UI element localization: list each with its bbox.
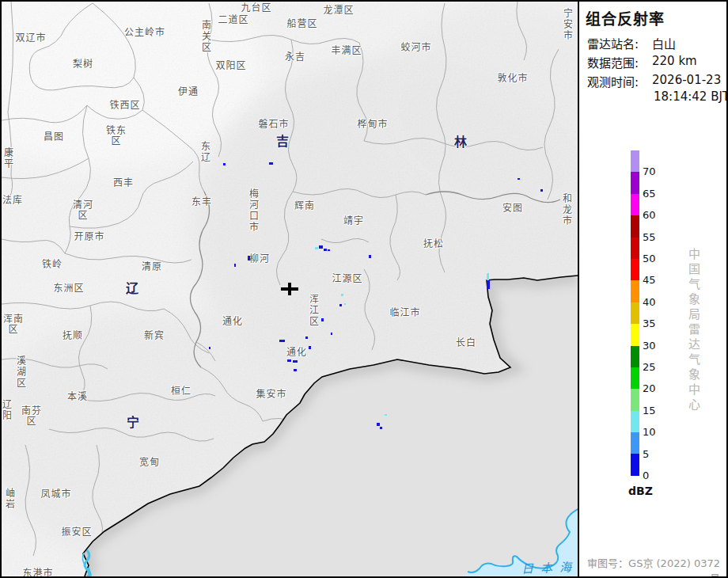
map-label: 法库 [2,196,23,206]
map-label: 二道区 [218,15,248,25]
map-label: 公主岭市 [124,28,165,38]
map-label: 龙潭区 [323,6,354,16]
radar-echo [369,255,371,258]
obs-date-value: 2026-01-23 [652,73,721,87]
colorbar-tick: 45 [643,274,666,286]
map-label: 抚顺 [63,331,83,341]
colorbar-segment [631,432,639,454]
colorbar-segment [631,346,639,367]
map-label: 铁岭 [42,260,63,270]
data-range-label: 数据范围: [587,54,639,70]
colorbar-segment [631,194,639,215]
map-label: 清河 区 [73,200,93,221]
radar-echo [248,256,250,260]
radar-echo [377,423,380,426]
colorbar-tick: 50 [643,253,666,264]
colorbar-segment [631,367,639,389]
map-label: 敦化市 [497,74,528,84]
map-label: 凤城市 [40,489,71,500]
colorbar-tick: 70 [643,165,666,177]
map-label: 西丰 [113,178,134,188]
radar-echo [487,280,490,289]
radar-echo [269,162,273,165]
map-label: 磐石市 [258,120,289,130]
colorbar-tick: 30 [643,340,666,352]
map-label: 双辽市 [15,33,46,44]
colorbar-tick: 5 [643,448,666,460]
station-name-label: 雷达站名: [587,35,639,51]
data-range-value: 220 km [652,54,697,68]
colorbar-tick: 20 [643,382,666,394]
map-label: 宁安市 [562,8,572,41]
radar-echo [305,337,308,339]
colorbar-tick: 55 [643,231,666,243]
radar-echo [287,359,291,362]
station-name-value: 白山 [652,35,676,51]
colorbar-segment [631,324,639,345]
colorbar-tick: 15 [643,405,666,416]
map-label: 东港市 [22,568,53,577]
map-label: 梅河口市 [248,188,258,233]
map-label: 浑江区 [308,294,318,327]
map-label: 辉南 [294,201,315,211]
map-label: 九台区 [241,3,271,13]
colorbar-tick: 35 [643,318,666,329]
colorbar-tick: 40 [643,296,666,308]
map-label: 开原市 [74,232,104,242]
radar-echo [234,264,236,267]
radar-echo [321,318,324,321]
map-label: 桦甸市 [357,120,388,130]
map-label: 蛟河市 [400,43,431,53]
colorbar-segment [631,172,639,193]
map-label: 南关区 [200,20,210,53]
map-label: 通化 [222,317,243,327]
colorbar [631,150,639,476]
map-label: 临江市 [389,308,420,318]
province-label: 辽 [126,278,138,297]
sea-name-label: 日本海 [521,557,578,576]
radar-app-window: 双辽市公主岭市梨树伊通铁西区铁东 区昌图康平法库西丰清河 区开原市铁岭清原东洲区… [0,0,728,578]
radar-echo [331,333,332,335]
colorbar-segment [631,411,639,432]
radar-echo [279,340,285,342]
colorbar-segment [631,215,639,237]
colorbar-tick: 10 [643,426,666,438]
info-panel: 组合反射率 雷达站名: 白山 数据范围: 220 km 观测时间: 2026-0… [579,2,726,576]
colorbar-tick: 60 [643,209,666,221]
obs-time-label: 观测时间: [587,73,639,89]
province-label: 林 [454,131,467,150]
radar-echo [324,249,327,251]
colorbar-segment [631,280,639,302]
map-label: 新宾 [144,331,165,341]
radar-echo [341,294,343,296]
map-label: 集安市 [256,390,286,400]
map-label: 柳河 [249,254,270,264]
radar-echo [540,189,543,192]
map-label: 通化 [286,348,307,358]
radar-echo [315,247,318,249]
map-label: 铁东 区 [106,126,127,146]
province-label: 宁 [127,412,139,431]
map-label: 岫岩 [4,488,14,510]
map-label: 宽甸 [139,458,160,468]
map-label: 永吉 [285,52,305,63]
map-label: 抚松 [423,239,444,249]
radar-station-marker [281,283,298,295]
colorbar-segment [631,238,639,259]
colorbar-tick: 25 [643,361,666,373]
radar-map: 双辽市公主岭市梨树伊通铁西区铁东 区昌图康平法库西丰清河 区开原市铁岭清原东洲区… [2,2,578,576]
radar-echo [518,178,520,180]
radar-echo [294,369,297,371]
map-label: 长白 [456,338,476,348]
colorbar-tick: 0 [643,470,666,481]
map-label: 靖宇 [343,216,364,226]
product-title: 组合反射率 [586,7,665,29]
map-label: 安图 [502,203,523,214]
colorbar-tick: 65 [643,188,666,200]
map-label: 清原 [142,262,162,272]
colorbar-segment [631,454,639,475]
radar-echo [293,360,298,363]
map-label: 昌图 [44,132,64,143]
colorbar-segment [631,302,639,324]
radar-echo [223,163,226,165]
